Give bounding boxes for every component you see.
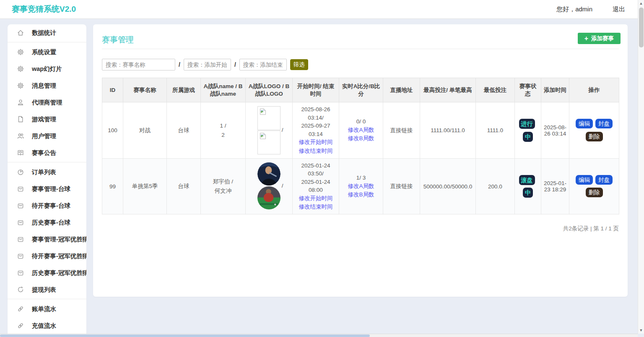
filter-button[interactable]: 筛选	[290, 59, 308, 70]
sidebar-item-label: 充值流水	[32, 322, 56, 330]
sidebar-item-data-stats[interactable]: 数据统计	[8, 24, 86, 41]
logout-link[interactable]: 退出	[613, 5, 625, 13]
sidebar-item-order-list[interactable]: 订单列表	[8, 164, 86, 180]
cell-actions: 编辑 封盘 删除	[569, 159, 619, 214]
edit-button[interactable]: 编辑	[576, 119, 593, 128]
vertical-scrollbar[interactable]: ▲ ▼	[638, 0, 644, 334]
edit-score-a-link[interactable]: 修改A局数	[341, 126, 381, 134]
cell-times: 2025-01-24 03:50/ 2025-01-24 08:00 修改开始时…	[293, 159, 339, 214]
search-end-time-input[interactable]	[239, 59, 287, 71]
edit-score-b-link[interactable]: 修改B局数	[341, 191, 381, 199]
col-status: 赛事状态	[515, 78, 541, 102]
search-start-time-input[interactable]	[184, 59, 231, 71]
sidebar-item-game-management[interactable]: 游戏管理	[8, 111, 86, 128]
horizontal-scrollbar-thumb[interactable]	[0, 334, 370, 337]
end-time: 2025-01-24 08:00	[295, 178, 337, 194]
status-badge: 滚盘中	[519, 175, 535, 198]
edit-score-b-link[interactable]: 修改B局数	[341, 134, 381, 143]
cell-added-time: 2025-08-26 03:14	[541, 102, 569, 159]
sidebar-item-label: 赛事管理-冠军优胜猜	[32, 235, 86, 243]
col-score: 实时A比分/B比分	[339, 78, 383, 102]
sidebar-item-bill-flow[interactable]: 账单流水	[8, 300, 86, 317]
sidebar-item-user-management[interactable]: 用户管理	[8, 128, 86, 144]
cell-status: 进行中	[515, 102, 541, 159]
team-b-avatar	[257, 186, 280, 209]
end-time: 2025-09-27 03:14	[295, 122, 337, 138]
file-icon	[17, 115, 24, 123]
sidebar-item-withdrawal-list[interactable]: 提现列表	[8, 281, 86, 298]
bag-icon	[17, 269, 24, 277]
refresh-icon	[17, 286, 24, 293]
search-match-name-input[interactable]	[102, 59, 175, 71]
horizontal-scrollbar[interactable]	[0, 334, 638, 337]
cell-added-time: 2025-01-23 18:29	[541, 159, 569, 214]
sidebar-item-label: 赛事公告	[32, 149, 56, 157]
vertical-scrollbar-thumb[interactable]	[639, 8, 644, 47]
bag-icon	[17, 202, 24, 209]
table-row: 100 对战 台球 1 / 2 / 2	[102, 102, 619, 159]
col-id: ID	[102, 78, 123, 102]
edit-end-time-link[interactable]: 修改结束时间	[295, 147, 337, 155]
cell-max-bet: 1111.00/111.0	[420, 102, 476, 159]
delete-button[interactable]: 删除	[586, 132, 603, 141]
gear-icon	[17, 65, 24, 73]
score-value: 0/ 0	[341, 118, 381, 126]
divider	[8, 42, 86, 42]
cell-match-name: 单挑第5季	[123, 159, 167, 214]
start-time: 2025-08-26 03:14/	[295, 105, 337, 122]
edit-start-time-link[interactable]: 修改开始时间	[295, 194, 337, 203]
sidebar-item-recharge-flow[interactable]: 充值流水	[8, 317, 86, 334]
separator: /	[179, 61, 180, 68]
cell-team-logos: /	[246, 102, 293, 159]
sidebar-item-match-mgmt-billiards[interactable]: 赛事管理-台球	[8, 180, 86, 197]
edit-button[interactable]: 编辑	[576, 175, 593, 185]
score-value: 1/ 3	[341, 174, 381, 182]
sidebar-item-message-management[interactable]: 消息管理	[8, 77, 86, 94]
edit-end-time-link[interactable]: 修改结束时间	[295, 203, 337, 211]
col-live: 直播地址	[383, 78, 420, 102]
col-actions: 操作	[569, 78, 619, 102]
sidebar-item-upcoming-champion[interactable]: 待开赛事-冠军优胜猜	[8, 248, 86, 264]
team-a-avatar	[257, 162, 280, 185]
plus-icon: +	[584, 35, 588, 42]
edit-score-a-link[interactable]: 修改A局数	[341, 182, 381, 191]
seal-button[interactable]: 封盘	[595, 175, 613, 185]
cell-live-address: 直接链接	[383, 102, 420, 159]
edit-start-time-link[interactable]: 修改开始时间	[295, 138, 337, 146]
sidebar-item-label: 历史赛事-台球	[32, 219, 70, 227]
sidebar-item-history-billiards[interactable]: 历史赛事-台球	[8, 214, 86, 231]
scroll-down-arrow-icon[interactable]: ▼	[638, 328, 644, 332]
cell-team-logos: /	[246, 159, 293, 214]
delete-button[interactable]: 删除	[586, 188, 603, 197]
sidebar-item-wap-slides[interactable]: wap幻灯片	[8, 60, 86, 77]
sidebar-item-agent-management[interactable]: 代理商管理	[8, 94, 86, 111]
table-header-row: ID 赛事名称 所属游戏 A战队name / B 战队name A战队LOGO …	[102, 78, 619, 102]
user-icon	[17, 99, 24, 106]
team-b-logo-broken-image	[257, 131, 280, 154]
logo-separator: /	[282, 127, 283, 133]
sidebar-item-match-announcement[interactable]: 赛事公告	[8, 144, 86, 161]
sidebar-item-match-mgmt-champion[interactable]: 赛事管理-冠军优胜猜	[8, 231, 86, 248]
separator: /	[234, 61, 236, 68]
scroll-up-arrow-icon[interactable]: ▲	[638, 1, 644, 5]
cell-times: 2025-08-26 03:14/ 2025-09-27 03:14 修改开始时…	[293, 102, 339, 159]
divider	[8, 299, 86, 299]
sidebar-item-upcoming-billiards[interactable]: 待开赛事-台球	[8, 197, 86, 214]
cell-live-address: 直接链接	[383, 159, 420, 214]
bag-icon	[17, 235, 24, 243]
col-min-bet: 最低投注	[476, 78, 515, 102]
team-b-name: 何文冲	[203, 186, 243, 196]
status-badge: 进行中	[519, 119, 535, 141]
cell-status: 滚盘中	[515, 159, 541, 214]
sidebar-item-label: 历史赛事-冠军优胜猜	[32, 269, 86, 277]
match-table: ID 赛事名称 所属游戏 A战队name / B 战队name A战队LOGO …	[102, 78, 619, 214]
cell-team-names: 郑宇伯 / 何文冲	[201, 159, 246, 214]
sidebar-item-system-settings[interactable]: 系统设置	[8, 44, 86, 60]
add-match-button[interactable]: + 添加赛事	[578, 33, 621, 44]
sidebar-item-history-champion[interactable]: 历史赛事-冠军优胜猜	[8, 264, 86, 281]
sidebar-item-label: 游戏管理	[32, 115, 56, 123]
seal-button[interactable]: 封盘	[595, 119, 613, 128]
sidebar-item-label: 系统设置	[32, 48, 56, 56]
add-match-label: 添加赛事	[591, 35, 614, 42]
cell-max-bet: 500000.00/50000.0	[420, 159, 476, 214]
